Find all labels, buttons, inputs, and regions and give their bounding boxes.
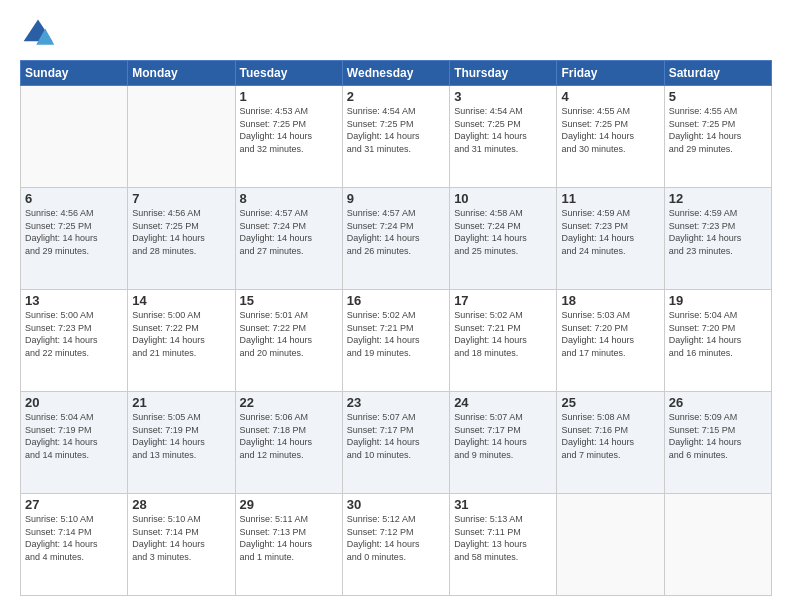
calendar-cell: 14Sunrise: 5:00 AM Sunset: 7:22 PM Dayli… xyxy=(128,290,235,392)
calendar-cell: 7Sunrise: 4:56 AM Sunset: 7:25 PM Daylig… xyxy=(128,188,235,290)
day-info: Sunrise: 4:59 AM Sunset: 7:23 PM Dayligh… xyxy=(561,207,659,257)
calendar-cell: 29Sunrise: 5:11 AM Sunset: 7:13 PM Dayli… xyxy=(235,494,342,596)
calendar-cell: 2Sunrise: 4:54 AM Sunset: 7:25 PM Daylig… xyxy=(342,86,449,188)
day-info: Sunrise: 5:08 AM Sunset: 7:16 PM Dayligh… xyxy=(561,411,659,461)
day-number: 7 xyxy=(132,191,230,206)
day-info: Sunrise: 5:07 AM Sunset: 7:17 PM Dayligh… xyxy=(347,411,445,461)
calendar-cell xyxy=(557,494,664,596)
day-number: 10 xyxy=(454,191,552,206)
day-info: Sunrise: 5:13 AM Sunset: 7:11 PM Dayligh… xyxy=(454,513,552,563)
day-number: 26 xyxy=(669,395,767,410)
day-number: 31 xyxy=(454,497,552,512)
day-info: Sunrise: 5:11 AM Sunset: 7:13 PM Dayligh… xyxy=(240,513,338,563)
calendar-cell: 1Sunrise: 4:53 AM Sunset: 7:25 PM Daylig… xyxy=(235,86,342,188)
day-info: Sunrise: 4:54 AM Sunset: 7:25 PM Dayligh… xyxy=(347,105,445,155)
calendar-cell: 10Sunrise: 4:58 AM Sunset: 7:24 PM Dayli… xyxy=(450,188,557,290)
day-number: 16 xyxy=(347,293,445,308)
calendar-header-friday: Friday xyxy=(557,61,664,86)
day-number: 19 xyxy=(669,293,767,308)
day-number: 29 xyxy=(240,497,338,512)
day-number: 8 xyxy=(240,191,338,206)
day-info: Sunrise: 4:53 AM Sunset: 7:25 PM Dayligh… xyxy=(240,105,338,155)
day-number: 23 xyxy=(347,395,445,410)
day-number: 30 xyxy=(347,497,445,512)
day-number: 27 xyxy=(25,497,123,512)
calendar-cell: 15Sunrise: 5:01 AM Sunset: 7:22 PM Dayli… xyxy=(235,290,342,392)
day-number: 21 xyxy=(132,395,230,410)
calendar-cell: 28Sunrise: 5:10 AM Sunset: 7:14 PM Dayli… xyxy=(128,494,235,596)
day-info: Sunrise: 4:56 AM Sunset: 7:25 PM Dayligh… xyxy=(132,207,230,257)
calendar-cell: 18Sunrise: 5:03 AM Sunset: 7:20 PM Dayli… xyxy=(557,290,664,392)
calendar-cell: 31Sunrise: 5:13 AM Sunset: 7:11 PM Dayli… xyxy=(450,494,557,596)
calendar-cell: 19Sunrise: 5:04 AM Sunset: 7:20 PM Dayli… xyxy=(664,290,771,392)
calendar-week-4: 20Sunrise: 5:04 AM Sunset: 7:19 PM Dayli… xyxy=(21,392,772,494)
calendar-cell: 25Sunrise: 5:08 AM Sunset: 7:16 PM Dayli… xyxy=(557,392,664,494)
calendar-cell: 21Sunrise: 5:05 AM Sunset: 7:19 PM Dayli… xyxy=(128,392,235,494)
day-info: Sunrise: 5:06 AM Sunset: 7:18 PM Dayligh… xyxy=(240,411,338,461)
calendar-cell: 11Sunrise: 4:59 AM Sunset: 7:23 PM Dayli… xyxy=(557,188,664,290)
calendar-cell: 12Sunrise: 4:59 AM Sunset: 7:23 PM Dayli… xyxy=(664,188,771,290)
calendar-header-thursday: Thursday xyxy=(450,61,557,86)
header xyxy=(20,16,772,52)
day-info: Sunrise: 4:55 AM Sunset: 7:25 PM Dayligh… xyxy=(669,105,767,155)
day-number: 18 xyxy=(561,293,659,308)
calendar-header-wednesday: Wednesday xyxy=(342,61,449,86)
calendar-week-3: 13Sunrise: 5:00 AM Sunset: 7:23 PM Dayli… xyxy=(21,290,772,392)
day-info: Sunrise: 4:54 AM Sunset: 7:25 PM Dayligh… xyxy=(454,105,552,155)
calendar-cell: 20Sunrise: 5:04 AM Sunset: 7:19 PM Dayli… xyxy=(21,392,128,494)
calendar-week-1: 1Sunrise: 4:53 AM Sunset: 7:25 PM Daylig… xyxy=(21,86,772,188)
day-info: Sunrise: 5:05 AM Sunset: 7:19 PM Dayligh… xyxy=(132,411,230,461)
day-number: 12 xyxy=(669,191,767,206)
logo xyxy=(20,16,60,52)
day-number: 13 xyxy=(25,293,123,308)
calendar-cell xyxy=(664,494,771,596)
day-number: 3 xyxy=(454,89,552,104)
calendar-cell: 27Sunrise: 5:10 AM Sunset: 7:14 PM Dayli… xyxy=(21,494,128,596)
calendar-cell: 8Sunrise: 4:57 AM Sunset: 7:24 PM Daylig… xyxy=(235,188,342,290)
calendar-header-row: SundayMondayTuesdayWednesdayThursdayFrid… xyxy=(21,61,772,86)
day-info: Sunrise: 5:10 AM Sunset: 7:14 PM Dayligh… xyxy=(132,513,230,563)
day-number: 1 xyxy=(240,89,338,104)
day-info: Sunrise: 5:04 AM Sunset: 7:20 PM Dayligh… xyxy=(669,309,767,359)
calendar-cell: 22Sunrise: 5:06 AM Sunset: 7:18 PM Dayli… xyxy=(235,392,342,494)
day-number: 6 xyxy=(25,191,123,206)
day-number: 24 xyxy=(454,395,552,410)
day-number: 2 xyxy=(347,89,445,104)
day-info: Sunrise: 4:59 AM Sunset: 7:23 PM Dayligh… xyxy=(669,207,767,257)
day-info: Sunrise: 5:01 AM Sunset: 7:22 PM Dayligh… xyxy=(240,309,338,359)
day-info: Sunrise: 5:02 AM Sunset: 7:21 PM Dayligh… xyxy=(454,309,552,359)
day-info: Sunrise: 4:58 AM Sunset: 7:24 PM Dayligh… xyxy=(454,207,552,257)
day-number: 17 xyxy=(454,293,552,308)
day-info: Sunrise: 5:04 AM Sunset: 7:19 PM Dayligh… xyxy=(25,411,123,461)
day-info: Sunrise: 5:09 AM Sunset: 7:15 PM Dayligh… xyxy=(669,411,767,461)
calendar-cell: 16Sunrise: 5:02 AM Sunset: 7:21 PM Dayli… xyxy=(342,290,449,392)
day-number: 22 xyxy=(240,395,338,410)
day-number: 4 xyxy=(561,89,659,104)
calendar-cell: 17Sunrise: 5:02 AM Sunset: 7:21 PM Dayli… xyxy=(450,290,557,392)
calendar-header-tuesday: Tuesday xyxy=(235,61,342,86)
day-number: 14 xyxy=(132,293,230,308)
calendar-cell: 26Sunrise: 5:09 AM Sunset: 7:15 PM Dayli… xyxy=(664,392,771,494)
day-number: 28 xyxy=(132,497,230,512)
calendar-header-monday: Monday xyxy=(128,61,235,86)
calendar-cell xyxy=(128,86,235,188)
calendar-cell: 5Sunrise: 4:55 AM Sunset: 7:25 PM Daylig… xyxy=(664,86,771,188)
day-number: 20 xyxy=(25,395,123,410)
day-info: Sunrise: 4:56 AM Sunset: 7:25 PM Dayligh… xyxy=(25,207,123,257)
day-info: Sunrise: 4:57 AM Sunset: 7:24 PM Dayligh… xyxy=(240,207,338,257)
calendar-week-2: 6Sunrise: 4:56 AM Sunset: 7:25 PM Daylig… xyxy=(21,188,772,290)
logo-icon xyxy=(20,16,56,52)
calendar-cell: 24Sunrise: 5:07 AM Sunset: 7:17 PM Dayli… xyxy=(450,392,557,494)
calendar-header-sunday: Sunday xyxy=(21,61,128,86)
day-info: Sunrise: 5:00 AM Sunset: 7:22 PM Dayligh… xyxy=(132,309,230,359)
day-info: Sunrise: 5:12 AM Sunset: 7:12 PM Dayligh… xyxy=(347,513,445,563)
calendar-cell: 3Sunrise: 4:54 AM Sunset: 7:25 PM Daylig… xyxy=(450,86,557,188)
day-info: Sunrise: 5:02 AM Sunset: 7:21 PM Dayligh… xyxy=(347,309,445,359)
calendar-cell xyxy=(21,86,128,188)
calendar: SundayMondayTuesdayWednesdayThursdayFrid… xyxy=(20,60,772,596)
day-info: Sunrise: 4:57 AM Sunset: 7:24 PM Dayligh… xyxy=(347,207,445,257)
day-info: Sunrise: 5:07 AM Sunset: 7:17 PM Dayligh… xyxy=(454,411,552,461)
day-info: Sunrise: 4:55 AM Sunset: 7:25 PM Dayligh… xyxy=(561,105,659,155)
day-info: Sunrise: 5:03 AM Sunset: 7:20 PM Dayligh… xyxy=(561,309,659,359)
day-info: Sunrise: 5:10 AM Sunset: 7:14 PM Dayligh… xyxy=(25,513,123,563)
